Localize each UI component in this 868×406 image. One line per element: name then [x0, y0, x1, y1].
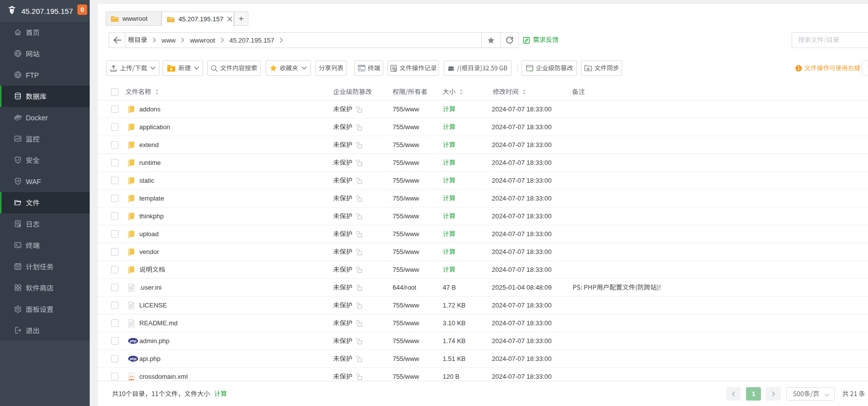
svg-text:php: php [129, 356, 137, 361]
svg-text:<>: <> [129, 375, 133, 378]
svg-text:php: php [129, 339, 137, 343]
